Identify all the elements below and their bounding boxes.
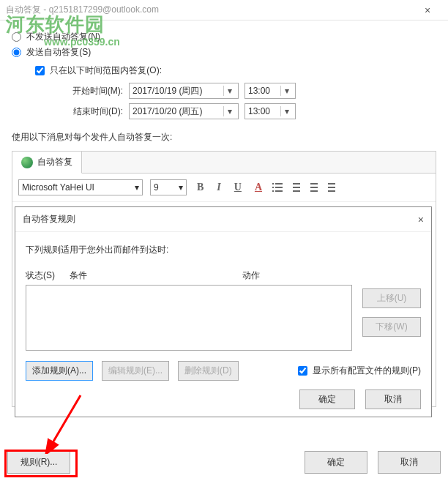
show-all-profiles-checkbox[interactable] [298,366,307,376]
numbered-list-icon[interactable] [290,183,300,192]
move-down-button[interactable]: 下移(W) [362,317,421,337]
bullet-list-icon[interactable] [272,183,283,192]
chevron-down-icon: ▾ [280,86,292,96]
font-family-value: Microsoft YaHei UI [22,182,94,193]
end-time-dropdown[interactable]: 13:00 ▾ [244,103,296,119]
italic-button[interactable]: I [214,182,223,193]
outdent-icon[interactable] [307,183,318,192]
time-range-checkbox[interactable] [35,66,45,75]
start-date-dropdown[interactable]: 2017/10/19 (周四) ▾ [129,83,239,99]
font-color-button[interactable]: A [252,182,265,193]
radio-send[interactable]: 发送自动答复(S) [12,46,436,59]
start-date-value: 2017/10/19 (周四) [132,85,202,97]
globe-icon [21,157,33,168]
radio-no-send-input[interactable] [12,32,21,42]
chevron-down-icon: ▾ [135,182,139,193]
rules-table-header: 状态(S) 条件 动作 [26,266,352,285]
end-date-value: 2017/10/20 (周五) [132,105,202,118]
tab-auto-reply[interactable]: 自动答复 [12,152,82,174]
tab-label: 自动答复 [37,156,72,168]
editor-toolbar: Microsoft YaHei UI ▾ 9 ▾ B I U A [12,174,436,201]
edit-rule-button[interactable]: 编辑规则(E)... [102,361,169,381]
main-ok-button[interactable]: 确定 [305,451,367,474]
rules-list[interactable] [26,285,352,351]
title-bar: 自动答复 - q2151817299@outlook.com × [0,0,448,20]
radio-no-send-label: 不发送自动答复(N) [26,31,100,42]
end-date-dropdown[interactable]: 2017/10/20 (周五) ▾ [129,103,239,119]
main-footer: 规则(R)... 确定 取消 [7,451,441,474]
time-range-label: 只在以下时间范围内答复(O): [50,65,162,75]
show-all-profiles-checkbox-row[interactable]: 显示所有配置文件的规则(P) [298,365,421,377]
start-time-value: 13:00 [248,86,270,96]
time-range-checkbox-row[interactable]: 只在以下时间范围内答复(O): [35,64,436,77]
start-time-label: 开始时间(M): [70,85,123,97]
rules-dialog-title: 自动答复规则 [23,213,75,225]
rules-button[interactable]: 规则(R)... [7,451,70,474]
rules-subtitle: 下列规则适用于您外出而邮件到达时: [26,244,421,256]
window-title: 自动答复 - q2151817299@outlook.com [6,4,159,16]
font-size-select[interactable]: 9 ▾ [150,179,187,195]
rules-ok-button[interactable]: 确定 [299,389,355,409]
col-action: 动作 [242,269,352,282]
close-icon[interactable]: × [418,214,424,225]
rules-dialog: 自动答复规则 × 下列规则适用于您外出而邮件到达时: 状态(S) 条件 动作 上… [15,206,432,417]
font-size-value: 9 [154,182,159,193]
move-up-button[interactable]: 上移(U) [362,288,421,308]
rules-cancel-button[interactable]: 取消 [365,389,421,409]
col-status: 状态(S) [26,269,70,282]
window-close-button[interactable]: × [413,4,442,16]
show-all-profiles-label: 显示所有配置文件的规则(P) [313,365,421,376]
chevron-down-icon: ▾ [179,182,183,193]
rules-title-bar: 自动答复规则 × [15,207,431,232]
radio-no-send[interactable]: 不发送自动答复(N) [12,31,436,43]
delete-rule-button[interactable]: 删除规则(D) [178,361,239,381]
radio-send-input[interactable] [12,48,21,57]
end-time-value: 13:00 [248,106,270,116]
start-time-dropdown[interactable]: 13:00 ▾ [244,83,296,99]
radio-send-label: 发送自动答复(S) [26,47,91,57]
bold-button[interactable]: B [194,182,206,193]
chevron-down-icon: ▾ [223,106,235,116]
indent-icon[interactable] [325,183,335,192]
end-time-label: 结束时间(D): [70,105,123,118]
col-condition: 条件 [70,269,242,282]
chevron-down-icon: ▾ [280,106,292,116]
tab-strip: 自动答复 [12,152,436,174]
chevron-down-icon: ▾ [223,86,235,96]
add-rule-button[interactable]: 添加规则(A)... [26,361,93,381]
instruction-text: 使用以下消息对每个发件人自动答复一次: [12,131,436,143]
font-family-select[interactable]: Microsoft YaHei UI ▾ [18,179,143,195]
main-cancel-button[interactable]: 取消 [378,451,441,474]
underline-button[interactable]: U [231,182,244,193]
